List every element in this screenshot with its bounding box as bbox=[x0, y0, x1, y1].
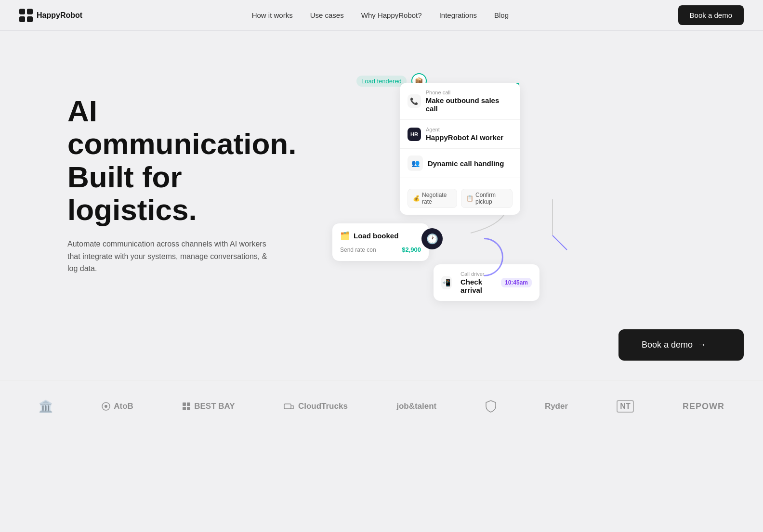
phone-icon: 📞 bbox=[408, 94, 421, 108]
clock-widget: 🕐 bbox=[421, 228, 443, 249]
partners-section: 🏛️ AtoB BEST BAY CloudTrucks job&talent … bbox=[0, 380, 763, 432]
partner-shield bbox=[486, 400, 496, 413]
navbar: HappyRobot How it works Use cases Why Ha… bbox=[0, 0, 763, 31]
negotiate-label: Negotiate rate bbox=[422, 192, 452, 205]
logo-text: HappyRobot bbox=[37, 11, 82, 20]
load-booked-title: Load booked bbox=[354, 232, 398, 240]
phone-call-title: Make outbound sales call bbox=[426, 96, 513, 113]
agent-label: Agent bbox=[426, 127, 503, 132]
phone-call-section: 📞 Phone call Make outbound sales call bbox=[400, 83, 520, 120]
call-driver-phone-icon: 📲 bbox=[441, 276, 452, 289]
atob-icon bbox=[102, 402, 110, 411]
partner-repowr: REPOWR bbox=[683, 402, 724, 412]
hero-diagram: Load tendered 📦 📞 Phone call Make outbou… bbox=[328, 60, 744, 310]
nav-why[interactable]: Why HappyRobot? bbox=[361, 11, 422, 19]
nav-integrations[interactable]: Integrations bbox=[439, 11, 477, 19]
svg-rect-2 bbox=[19, 16, 25, 22]
shield-icon bbox=[486, 400, 496, 413]
agent-section: HR Agent HappyRobot AI worker bbox=[400, 120, 520, 149]
nav-book-demo-button[interactable]: Book a demo bbox=[678, 5, 744, 25]
partner-ryder: Ryder bbox=[545, 402, 568, 411]
nav-blog[interactable]: Blog bbox=[494, 11, 509, 19]
tags-row: 💰 Negotiate rate 📋 Confirm pickup bbox=[408, 189, 513, 208]
doc-icon: 📋 bbox=[466, 195, 474, 202]
cta-book-demo-button[interactable]: Book a demo → bbox=[618, 329, 744, 361]
partner-nt: NT bbox=[617, 400, 633, 413]
confirm-tag: 📋 Confirm pickup bbox=[461, 189, 513, 208]
nav-links: How it works Use cases Why HappyRobot? I… bbox=[252, 11, 509, 20]
workflow-card: 📞 Phone call Make outbound sales call HR… bbox=[400, 83, 520, 215]
hero-title-line1: AI communication. bbox=[67, 94, 296, 160]
svg-rect-13 bbox=[284, 404, 291, 409]
phone-call-label: Phone call bbox=[426, 90, 513, 95]
partner-jobtalent: job&talent bbox=[396, 402, 436, 411]
dynamic-icon: 👥 bbox=[408, 156, 423, 171]
cta-section: Book a demo → bbox=[0, 329, 763, 361]
load-booked-icon: 🗂️ bbox=[340, 231, 350, 240]
svg-rect-3 bbox=[27, 16, 33, 22]
cloudtrucks-icon bbox=[284, 402, 294, 411]
partner-logo-1: 🏛️ bbox=[39, 400, 53, 413]
hero-title-line2: Built for logistics. bbox=[67, 160, 197, 226]
hero-subtitle: Automate communication across channels w… bbox=[67, 238, 270, 275]
nav-how-it-works[interactable]: How it works bbox=[252, 11, 293, 19]
partner-cloudtrucks: CloudTrucks bbox=[284, 402, 348, 411]
partner-bestbay: BEST BAY bbox=[182, 402, 235, 411]
svg-rect-10 bbox=[187, 402, 190, 406]
bestbay-icon bbox=[182, 402, 191, 411]
svg-rect-12 bbox=[187, 407, 190, 410]
dynamic-row: 👥 Dynamic call handling bbox=[408, 156, 513, 171]
rate-row: Send rate con $2,900 bbox=[340, 246, 421, 253]
svg-rect-9 bbox=[183, 402, 186, 406]
svg-rect-11 bbox=[183, 407, 186, 410]
svg-point-8 bbox=[105, 405, 107, 408]
cta-label: Book a demo bbox=[642, 340, 693, 350]
load-booked-header: 🗂️ Load booked bbox=[340, 231, 421, 240]
load-booked-card: 🗂️ Load booked Send rate con $2,900 bbox=[332, 223, 429, 261]
partner-atob: AtoB bbox=[102, 402, 133, 411]
tags-section: 💰 Negotiate rate 📋 Confirm pickup bbox=[400, 178, 520, 215]
phone-call-header: 📞 Phone call Make outbound sales call bbox=[408, 90, 513, 113]
send-rate-label: Send rate con bbox=[340, 247, 376, 253]
phone-call-info: Phone call Make outbound sales call bbox=[426, 90, 513, 113]
hero-title: AI communication. Built for logistics. bbox=[67, 95, 299, 226]
clock-icon: 🕐 bbox=[426, 233, 438, 245]
load-tendered-text: Load tendered bbox=[356, 76, 407, 87]
svg-rect-0 bbox=[19, 9, 25, 14]
rate-value: $2,900 bbox=[402, 246, 421, 253]
call-time: 10:45am bbox=[501, 278, 532, 287]
logo[interactable]: HappyRobot bbox=[19, 9, 82, 22]
svg-rect-1 bbox=[27, 9, 33, 14]
agent-header: HR Agent HappyRobot AI worker bbox=[408, 127, 513, 142]
nav-use-cases[interactable]: Use cases bbox=[310, 11, 344, 19]
dynamic-title: Dynamic call handling bbox=[428, 159, 504, 168]
money-icon: 💰 bbox=[413, 195, 420, 202]
dynamic-section: 👥 Dynamic call handling bbox=[400, 149, 520, 178]
hero-text-block: AI communication. Built for logistics. A… bbox=[67, 95, 299, 275]
negotiate-tag: 💰 Negotiate rate bbox=[408, 189, 457, 208]
logo-icon bbox=[19, 9, 33, 22]
confirm-label: Confirm pickup bbox=[475, 192, 507, 205]
agent-info: Agent HappyRobot AI worker bbox=[426, 127, 503, 142]
cta-arrow: → bbox=[697, 340, 706, 350]
call-driver-title: Check arrival bbox=[460, 278, 496, 294]
hero-section: AI communication. Built for logistics. A… bbox=[0, 31, 763, 329]
agent-icon: HR bbox=[408, 128, 421, 141]
agent-title: HappyRobot AI worker bbox=[426, 133, 503, 142]
